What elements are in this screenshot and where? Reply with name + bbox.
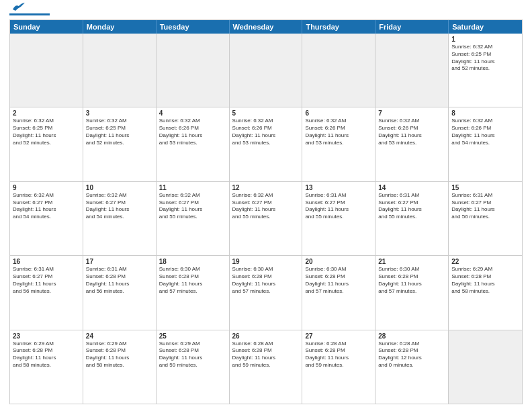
day-number: 17	[86, 258, 153, 265]
day-number: 4	[159, 109, 226, 117]
cal-cell-day-3: 3Sunrise: 6:32 AM Sunset: 6:25 PM Daylig…	[83, 107, 157, 181]
day-info: Sunrise: 6:31 AM Sunset: 6:27 PM Dayligh…	[451, 192, 519, 221]
cal-row-1: 2Sunrise: 6:32 AM Sunset: 6:25 PM Daylig…	[10, 107, 522, 181]
day-number: 5	[232, 109, 300, 117]
cal-cell-day-23: 23Sunrise: 6:29 AM Sunset: 6:28 PM Dayli…	[10, 330, 83, 404]
cal-cell-day-10: 10Sunrise: 6:32 AM Sunset: 6:27 PM Dayli…	[83, 182, 157, 255]
cal-cell-empty	[10, 34, 83, 107]
cal-cell-empty	[375, 34, 449, 107]
cal-cell-day-20: 20Sunrise: 6:30 AM Sunset: 6:28 PM Dayli…	[302, 256, 375, 329]
cal-cell-day-21: 21Sunrise: 6:30 AM Sunset: 6:28 PM Dayli…	[375, 256, 449, 329]
cal-header-saturday: Saturday	[449, 20, 522, 34]
day-number: 19	[232, 258, 300, 265]
day-info: Sunrise: 6:31 AM Sunset: 6:27 PM Dayligh…	[13, 266, 80, 295]
cal-cell-day-13: 13Sunrise: 6:31 AM Sunset: 6:27 PM Dayli…	[302, 182, 375, 255]
day-number: 8	[451, 109, 519, 117]
cal-cell-day-14: 14Sunrise: 6:31 AM Sunset: 6:27 PM Dayli…	[375, 182, 449, 255]
day-info: Sunrise: 6:31 AM Sunset: 6:27 PM Dayligh…	[378, 192, 445, 221]
cal-cell-day-9: 9Sunrise: 6:32 AM Sunset: 6:27 PM Daylig…	[10, 182, 83, 255]
cal-cell-empty	[449, 330, 522, 404]
cal-cell-empty	[83, 34, 157, 107]
day-number: 25	[159, 332, 226, 340]
day-info: Sunrise: 6:32 AM Sunset: 6:26 PM Dayligh…	[159, 118, 226, 146]
day-number: 1	[451, 36, 519, 43]
day-number: 2	[13, 109, 80, 117]
day-info: Sunrise: 6:28 AM Sunset: 6:28 PM Dayligh…	[305, 340, 372, 369]
page: SundayMondayTuesdayWednesdayThursdayFrid…	[0, 0, 532, 411]
day-info: Sunrise: 6:31 AM Sunset: 6:27 PM Dayligh…	[305, 192, 372, 221]
day-info: Sunrise: 6:32 AM Sunset: 6:25 PM Dayligh…	[451, 44, 519, 73]
day-info: Sunrise: 6:29 AM Sunset: 6:28 PM Dayligh…	[86, 340, 153, 369]
cal-cell-day-11: 11Sunrise: 6:32 AM Sunset: 6:27 PM Dayli…	[157, 182, 230, 255]
cal-cell-day-8: 8Sunrise: 6:32 AM Sunset: 6:26 PM Daylig…	[449, 107, 522, 181]
day-info: Sunrise: 6:30 AM Sunset: 6:28 PM Dayligh…	[232, 266, 300, 295]
day-number: 11	[159, 184, 226, 191]
cal-header-thursday: Thursday	[302, 20, 375, 34]
cal-cell-day-25: 25Sunrise: 6:29 AM Sunset: 6:28 PM Dayli…	[157, 330, 230, 404]
day-number: 6	[305, 109, 372, 117]
day-info: Sunrise: 6:32 AM Sunset: 6:27 PM Dayligh…	[232, 192, 300, 221]
day-number: 20	[305, 258, 372, 265]
cal-cell-day-6: 6Sunrise: 6:32 AM Sunset: 6:26 PM Daylig…	[302, 107, 375, 181]
logo-bird-icon	[11, 3, 26, 12]
day-info: Sunrise: 6:32 AM Sunset: 6:26 PM Dayligh…	[305, 118, 372, 146]
cal-cell-day-26: 26Sunrise: 6:28 AM Sunset: 6:28 PM Dayli…	[230, 330, 303, 404]
cal-header-friday: Friday	[375, 20, 449, 34]
day-info: Sunrise: 6:32 AM Sunset: 6:26 PM Dayligh…	[451, 118, 519, 146]
cal-header-sunday: Sunday	[10, 20, 83, 34]
cal-cell-empty	[157, 34, 230, 107]
day-info: Sunrise: 6:32 AM Sunset: 6:27 PM Dayligh…	[159, 192, 226, 221]
cal-cell-day-22: 22Sunrise: 6:29 AM Sunset: 6:28 PM Dayli…	[449, 256, 522, 329]
day-info: Sunrise: 6:32 AM Sunset: 6:26 PM Dayligh…	[232, 118, 300, 146]
logo	[9, 8, 50, 15]
day-info: Sunrise: 6:32 AM Sunset: 6:27 PM Dayligh…	[86, 192, 153, 221]
day-number: 28	[378, 332, 445, 340]
cal-cell-day-18: 18Sunrise: 6:30 AM Sunset: 6:28 PM Dayli…	[157, 256, 230, 329]
day-info: Sunrise: 6:31 AM Sunset: 6:28 PM Dayligh…	[86, 266, 153, 295]
day-number: 24	[86, 332, 153, 340]
day-info: Sunrise: 6:29 AM Sunset: 6:28 PM Dayligh…	[13, 340, 80, 369]
cal-cell-day-27: 27Sunrise: 6:28 AM Sunset: 6:28 PM Dayli…	[302, 330, 375, 404]
day-info: Sunrise: 6:29 AM Sunset: 6:28 PM Dayligh…	[451, 266, 519, 295]
day-number: 14	[378, 184, 445, 191]
day-info: Sunrise: 6:29 AM Sunset: 6:28 PM Dayligh…	[159, 340, 226, 369]
cal-cell-day-16: 16Sunrise: 6:31 AM Sunset: 6:27 PM Dayli…	[10, 256, 83, 329]
day-number: 7	[378, 109, 445, 117]
day-info: Sunrise: 6:28 AM Sunset: 6:28 PM Dayligh…	[378, 340, 445, 369]
day-number: 10	[86, 184, 153, 191]
day-number: 9	[13, 184, 80, 191]
day-number: 22	[451, 258, 519, 265]
cal-row-2: 9Sunrise: 6:32 AM Sunset: 6:27 PM Daylig…	[10, 181, 522, 255]
cal-cell-day-19: 19Sunrise: 6:30 AM Sunset: 6:28 PM Dayli…	[230, 256, 303, 329]
day-number: 21	[378, 258, 445, 265]
cal-cell-day-1: 1Sunrise: 6:32 AM Sunset: 6:25 PM Daylig…	[449, 34, 522, 107]
cal-cell-empty	[302, 34, 375, 107]
calendar-body: 1Sunrise: 6:32 AM Sunset: 6:25 PM Daylig…	[10, 34, 522, 404]
cal-cell-day-24: 24Sunrise: 6:29 AM Sunset: 6:28 PM Dayli…	[83, 330, 157, 404]
logo-line	[9, 13, 50, 15]
day-info: Sunrise: 6:32 AM Sunset: 6:27 PM Dayligh…	[13, 192, 80, 221]
day-number: 15	[451, 184, 519, 191]
calendar-header: SundayMondayTuesdayWednesdayThursdayFrid…	[10, 20, 522, 34]
cal-cell-day-2: 2Sunrise: 6:32 AM Sunset: 6:25 PM Daylig…	[10, 107, 83, 181]
calendar: SundayMondayTuesdayWednesdayThursdayFrid…	[9, 19, 523, 404]
header	[9, 8, 523, 15]
day-info: Sunrise: 6:32 AM Sunset: 6:25 PM Dayligh…	[86, 118, 153, 146]
cal-cell-day-15: 15Sunrise: 6:31 AM Sunset: 6:27 PM Dayli…	[449, 182, 522, 255]
day-number: 26	[232, 332, 300, 340]
cal-cell-day-5: 5Sunrise: 6:32 AM Sunset: 6:26 PM Daylig…	[230, 107, 303, 181]
cal-cell-day-17: 17Sunrise: 6:31 AM Sunset: 6:28 PM Dayli…	[83, 256, 157, 329]
cal-header-tuesday: Tuesday	[157, 20, 230, 34]
day-number: 3	[86, 109, 153, 117]
cal-row-3: 16Sunrise: 6:31 AM Sunset: 6:27 PM Dayli…	[10, 255, 522, 329]
day-info: Sunrise: 6:28 AM Sunset: 6:28 PM Dayligh…	[232, 340, 300, 369]
cal-row-0: 1Sunrise: 6:32 AM Sunset: 6:25 PM Daylig…	[10, 34, 522, 107]
cal-cell-day-28: 28Sunrise: 6:28 AM Sunset: 6:28 PM Dayli…	[375, 330, 449, 404]
day-info: Sunrise: 6:32 AM Sunset: 6:26 PM Dayligh…	[378, 118, 445, 146]
day-number: 12	[232, 184, 300, 191]
cal-cell-empty	[230, 34, 303, 107]
cal-header-monday: Monday	[83, 20, 157, 34]
cal-row-4: 23Sunrise: 6:29 AM Sunset: 6:28 PM Dayli…	[10, 330, 522, 404]
day-info: Sunrise: 6:30 AM Sunset: 6:28 PM Dayligh…	[305, 266, 372, 295]
cal-cell-day-7: 7Sunrise: 6:32 AM Sunset: 6:26 PM Daylig…	[375, 107, 449, 181]
